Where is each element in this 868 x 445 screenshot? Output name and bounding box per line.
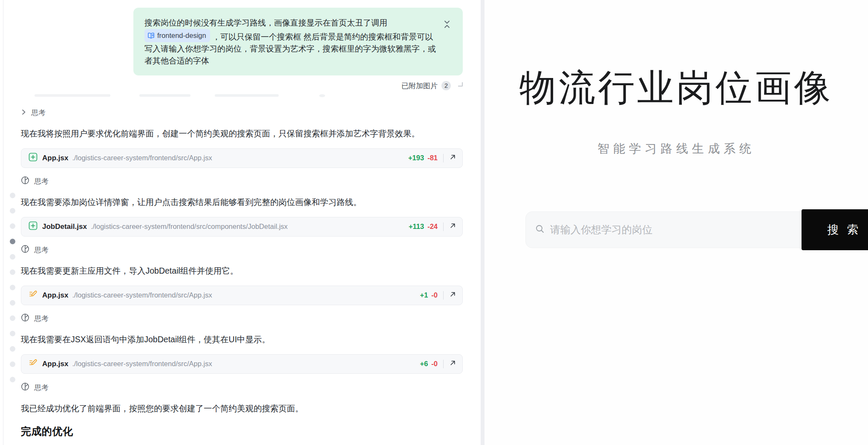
search-bar: 搜 索 [525,209,868,250]
diff-stats: +1 -0 [420,291,438,299]
lines-added: +193 [408,154,424,162]
file-name: App.jsx [42,360,68,368]
search-icon [535,224,545,235]
timeline-dot[interactable] [10,361,15,367]
search-button[interactable]: 搜 索 [802,209,868,250]
card-separator [443,291,444,300]
assistant-text: 现在我需要更新主应用文件，导入JobDetail组件并使用它。 [21,265,463,277]
file-path: ./logistics-career-system/frontend/src/A… [72,154,403,162]
timeline-dot[interactable] [10,223,15,229]
lines-added: +6 [420,360,428,368]
timeline-dot[interactable] [10,346,15,352]
file-path: ./logistics-career-system/frontend/src/A… [72,291,415,299]
thinking-toggle[interactable]: 思考 [21,108,463,118]
user-message-text-1: 搜索岗位的时候没有生成学习路线，画像直接显示在首页太丑了调用 [144,18,387,27]
completed-optimizations-heading: 完成的优化 [21,425,463,438]
lines-removed: -81 [427,154,438,162]
lines-added: +113 [409,222,424,231]
assistant-text: 现在我将按照用户要求优化前端界面，创建一个简约美观的搜索页面，只保留搜索框并添加… [21,128,463,139]
diff-stats: +193 -81 [408,154,438,162]
thinking-label: 思考 [34,314,49,324]
chip-label: frontend-design [157,29,206,41]
card-separator [443,360,444,368]
thinking-label: 思考 [31,108,46,118]
thinking-icon [21,245,29,255]
thinking-label: 思考 [34,245,49,255]
preview-page-title: 物流行业岗位画像 [484,63,868,113]
thinking-toggle[interactable]: 思考 [21,245,463,255]
attachment-count-badge[interactable]: 2 [441,81,451,90]
book-icon [147,32,155,39]
attachment-label: 已附加图片 [401,81,438,91]
file-add-icon [29,221,37,232]
file-name: App.jsx [42,154,68,162]
thinking-label: 思考 [34,383,49,393]
lines-added: +1 [420,291,428,299]
timeline-dot[interactable] [10,315,15,321]
file-add-icon [29,153,37,163]
card-separator [443,154,444,162]
thinking-toggle[interactable]: 思考 [21,383,463,393]
diff-stats: +6 -0 [420,360,438,368]
user-message-bubble: 搜索岗位的时候没有生成学习路线，画像直接显示在首页太丑了调用 frontend-… [133,8,463,75]
assistant-text: 我已经成功优化了前端界面，按照您的要求创建了一个简约美观的搜索页面。 [21,403,463,414]
timeline-dot[interactable] [10,208,15,214]
timeline-dot[interactable] [10,285,15,290]
file-change-card[interactable]: App.jsx ./logistics-career-system/fronte… [21,354,463,374]
attachment-corner-icon [458,82,463,87]
file-name: JobDetail.jsx [42,222,87,231]
timeline-dot[interactable] [10,331,15,336]
file-path: ./logistics-career-system/frontend/src/A… [72,360,415,368]
file-edit-icon [29,358,37,369]
timeline-dot[interactable] [10,254,15,260]
thinking-icon [21,313,29,324]
clipped-content-fragment [21,93,463,98]
chat-timeline [9,193,15,392]
file-change-card[interactable]: App.jsx ./logistics-career-system/fronte… [21,148,463,168]
open-file-arrow-icon[interactable] [449,359,456,368]
lines-removed: -0 [431,291,438,299]
timeline-dot[interactable] [10,377,15,382]
open-file-arrow-icon[interactable] [449,291,456,300]
preview-page-subtitle: 智能学习路线生成系统 [484,141,868,157]
file-path: ./logistics-career-system/frontend/src/c… [91,222,404,231]
panel-left-edge [3,0,3,445]
file-edit-icon [29,290,37,301]
open-file-arrow-icon[interactable] [449,222,456,231]
timeline-dot[interactable] [10,300,15,306]
diff-stats: +113 -24 [409,222,438,231]
file-name: App.jsx [42,291,68,300]
thinking-label: 思考 [34,176,49,186]
card-separator [443,222,444,231]
frontend-design-chip[interactable]: frontend-design [144,29,210,42]
thinking-icon [21,176,29,187]
chat-panel: 搜索岗位的时候没有生成学习路线，画像直接显示在首页太丑了调用 frontend-… [0,0,481,445]
thinking-icon [21,382,29,393]
thinking-toggle[interactable]: 思考 [21,176,463,187]
panel-divider [481,0,484,445]
timeline-dot[interactable] [10,193,15,198]
assistant-text: 现在我需要在JSX返回语句中添加JobDetail组件，使其在UI中显示。 [21,334,463,345]
assistant-text: 现在我需要添加岗位详情弹窗，让用户点击搜索结果后能够看到完整的岗位画像和学习路线… [21,196,463,208]
file-change-card[interactable]: JobDetail.jsx ./logistics-career-system/… [21,217,463,237]
preview-panel: 物流行业岗位画像 智能学习路线生成系统 搜 索 [484,0,868,445]
open-file-arrow-icon[interactable] [449,153,456,162]
timeline-dot[interactable] [10,269,15,275]
collapse-message-icon[interactable] [442,19,452,30]
attachment-row: 已附加图片 2 [21,81,463,91]
chevron-right-icon [21,109,26,117]
thinking-toggle[interactable]: 思考 [21,314,463,324]
file-change-card[interactable]: App.jsx ./logistics-career-system/fronte… [21,286,463,305]
lines-removed: -0 [431,360,438,368]
lines-removed: -24 [427,222,438,231]
timeline-dot-active[interactable] [10,239,15,244]
